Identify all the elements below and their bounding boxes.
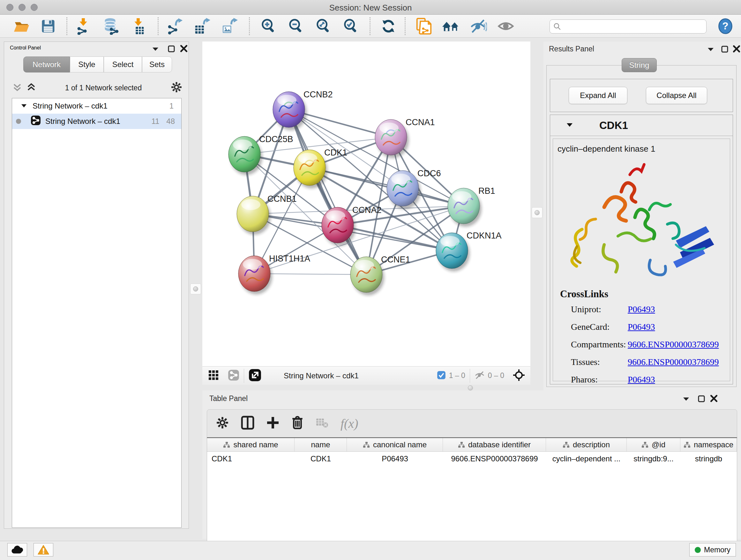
- network-view-toolbar: String Network – cdk1 1 – 0 0 – 0: [202, 366, 530, 385]
- table-options-gear-icon[interactable]: [216, 416, 229, 430]
- show-all-button[interactable]: [496, 17, 515, 35]
- network-canvas[interactable]: CCNB2CCNA1CDC25BCDK1CDC6RB1CCNB1CCNA2CDK…: [202, 42, 530, 366]
- detach-view-icon[interactable]: [249, 369, 261, 383]
- expand-all-networks-icon[interactable]: [12, 82, 22, 93]
- collapse-all-button[interactable]: Collapse All: [646, 87, 707, 104]
- control-panel-title: Control Panel: [10, 45, 41, 51]
- node-CCNB1[interactable]: CCNB1: [237, 194, 297, 235]
- search-input[interactable]: [561, 22, 698, 30]
- crosslink-value-link[interactable]: P06493: [628, 322, 655, 332]
- crosslink-value-link[interactable]: P06493: [628, 374, 655, 385]
- node-CDKN1A[interactable]: CDKN1A: [436, 231, 502, 271]
- tab-select[interactable]: Select: [104, 57, 142, 72]
- copy-network-button[interactable]: [414, 17, 433, 35]
- results-panel-close-icon[interactable]: [732, 45, 741, 54]
- tab-network[interactable]: Network: [23, 57, 70, 72]
- import-table-button[interactable]: [129, 17, 147, 35]
- network-collection-row[interactable]: String Network – cdk1 1: [12, 98, 181, 114]
- expand-all-button[interactable]: Expand All: [569, 87, 627, 104]
- network-share-icon[interactable]: [228, 369, 239, 382]
- table-panel-close-icon[interactable]: [710, 394, 718, 404]
- string-network-graph[interactable]: CCNB2CCNA1CDC25BCDK1CDC6RB1CCNB1CCNA2CDK…: [202, 42, 530, 366]
- selected-count: 1 – 0: [449, 371, 465, 380]
- cdk1-collapse-icon[interactable]: [565, 122, 574, 129]
- import-network-button[interactable]: [74, 17, 92, 35]
- hidden-eye-icon[interactable]: [475, 370, 485, 381]
- save-session-button[interactable]: [39, 17, 57, 35]
- add-column-icon[interactable]: [266, 416, 279, 430]
- node-CDC25B[interactable]: CDC25B: [228, 134, 293, 175]
- column-header-namespace[interactable]: namespace: [680, 438, 737, 452]
- export-image-button[interactable]: [220, 17, 239, 35]
- node-CCNB2[interactable]: CCNB2: [273, 90, 333, 130]
- export-network-button[interactable]: [165, 17, 184, 35]
- selected-checkbox-icon[interactable]: [437, 371, 446, 381]
- help-icon: ?: [717, 18, 734, 35]
- column-tree-icon: [363, 442, 370, 448]
- show-columns-icon[interactable]: [241, 416, 254, 431]
- node-CCNE1[interactable]: CCNE1: [350, 255, 410, 295]
- import-network-from-database-button[interactable]: [102, 17, 120, 35]
- refresh-button[interactable]: [379, 17, 398, 35]
- toolbar-separator: [158, 17, 158, 35]
- toolbar-separator: [244, 369, 244, 383]
- table-row[interactable]: CDK1CDK1P064939606.ENSP00000378699cyclin…: [207, 452, 737, 466]
- column-header-canonical-name[interactable]: canonical name: [347, 438, 443, 452]
- string-network-icon: [30, 115, 41, 127]
- results-panel-collapse-icon[interactable]: [707, 46, 715, 54]
- column-header-database-identifier[interactable]: database identifier: [443, 438, 546, 452]
- first-neighbors-button[interactable]: [442, 17, 460, 35]
- column-header-shared-name[interactable]: shared name: [207, 438, 294, 452]
- column-header-name[interactable]: name: [294, 438, 347, 452]
- crosslink-value-link[interactable]: 9606.ENSP00000378699: [628, 357, 719, 367]
- cdk1-header-row[interactable]: CDK1: [550, 115, 733, 136]
- table-cell: 9606.ENSP00000378699: [443, 452, 546, 466]
- crosslink-value-link[interactable]: P06493: [628, 304, 655, 314]
- tab-sets[interactable]: Sets: [142, 57, 172, 72]
- control-panel-float-icon[interactable]: [167, 45, 175, 54]
- table-panel-float-icon[interactable]: [697, 395, 705, 404]
- memory-button[interactable]: Memory: [689, 543, 736, 557]
- warnings-button[interactable]: [33, 543, 53, 557]
- tab-style[interactable]: Style: [70, 57, 104, 72]
- search-icon: [553, 22, 561, 30]
- tab-string[interactable]: String: [622, 58, 657, 72]
- hide-selected-button[interactable]: [469, 17, 488, 35]
- column-header-@id[interactable]: @id: [627, 438, 680, 452]
- delete-column-trash-icon[interactable]: [291, 416, 304, 431]
- node-CCNA1[interactable]: CCNA1: [375, 118, 435, 158]
- control-panel-close-icon[interactable]: [180, 44, 188, 54]
- node-RB1[interactable]: RB1: [448, 186, 495, 227]
- collapse-all-networks-icon[interactable]: [26, 82, 36, 93]
- horizontal-splitter-handle[interactable]: [468, 385, 473, 390]
- zoom-in-button[interactable]: [259, 17, 278, 35]
- table-panel-collapse-icon[interactable]: [682, 395, 690, 403]
- crosslinks-heading: CrossLinks: [560, 288, 608, 300]
- network-options-gear-icon[interactable]: [171, 81, 182, 94]
- zoom-selected-icon: [342, 17, 359, 35]
- delete-table-icon: [316, 417, 328, 429]
- svg-text:?: ?: [722, 20, 728, 32]
- column-header-description[interactable]: description: [546, 438, 627, 452]
- zoom-selected-button[interactable]: [341, 17, 360, 35]
- collection-expand-icon[interactable]: [20, 102, 27, 111]
- grid-view-icon[interactable]: [208, 370, 219, 382]
- right-splitter-handle[interactable]: [532, 207, 542, 218]
- control-panel-collapse-icon[interactable]: [151, 46, 160, 53]
- crosslink-value-link[interactable]: 9606.ENSP00000378699: [628, 339, 719, 350]
- zoom-out-button[interactable]: [286, 17, 305, 35]
- export-table-button[interactable]: [193, 17, 211, 35]
- network-row[interactable]: String Network – cdk1 11 48: [12, 114, 181, 129]
- table-header-row: shared namenamecanonical namedatabase id…: [207, 438, 737, 452]
- open-session-button[interactable]: [12, 17, 30, 35]
- zoom-fit-button[interactable]: [314, 17, 333, 35]
- cloud-button[interactable]: [7, 543, 27, 557]
- search-field[interactable]: [549, 19, 706, 34]
- birdseye-crosshair-icon[interactable]: [513, 369, 525, 383]
- column-header-label: namespace: [694, 440, 733, 449]
- left-splitter-handle[interactable]: [190, 284, 201, 294]
- column-header-label: @id: [652, 440, 665, 449]
- help-button[interactable]: ?: [716, 17, 735, 35]
- node-CDK1[interactable]: CDK1: [293, 148, 347, 188]
- results-panel-float-icon[interactable]: [721, 45, 729, 54]
